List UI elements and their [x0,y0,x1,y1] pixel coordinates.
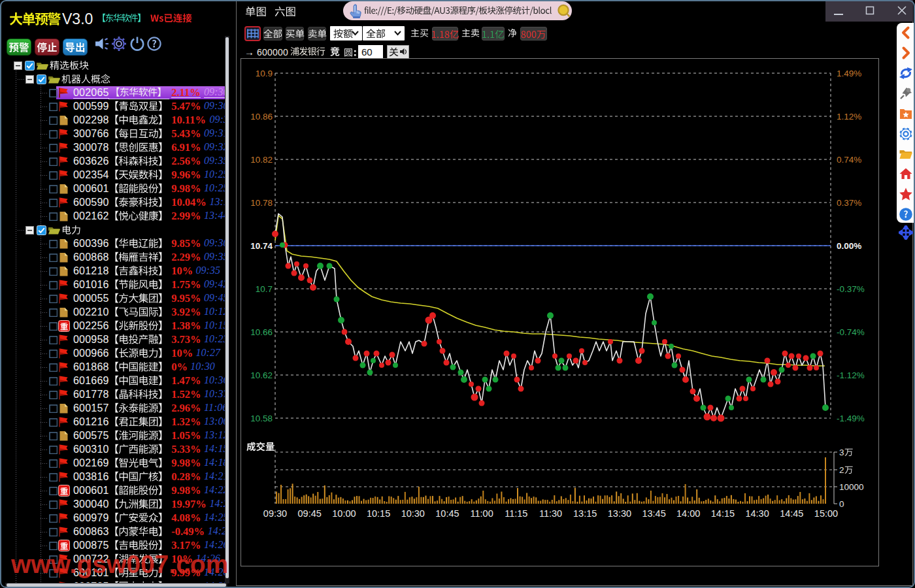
svg-text:1.12%: 1.12% [837,112,861,122]
svg-text:11:30: 11:30 [539,508,562,519]
svg-text:0.37%: 0.37% [837,198,861,208]
svg-text:10.7: 10.7 [256,284,273,294]
svg-text:-1.12%: -1.12% [837,370,865,380]
svg-text:10.58: 10.58 [250,414,273,423]
svg-text:14:15: 14:15 [711,508,735,519]
svg-text:10:45: 10:45 [435,508,459,519]
svg-text:13:45: 13:45 [642,508,665,519]
svg-text:15:00: 15:00 [814,508,838,519]
svg-text:0: 0 [839,499,844,509]
svg-text:09:45: 09:45 [298,508,322,519]
svg-text:-1.49%: -1.49% [837,414,865,423]
svg-text:13:30: 13:30 [608,508,631,519]
svg-text:0.74%: 0.74% [837,155,861,165]
svg-text:10.86: 10.86 [250,112,273,122]
svg-text:13:15: 13:15 [573,508,597,519]
svg-text:11:00: 11:00 [470,508,493,519]
svg-text:10000: 10000 [839,482,864,492]
svg-text:-0.74%: -0.74% [837,327,865,337]
svg-text:10:15: 10:15 [367,508,390,519]
svg-text:3: 3 [839,448,844,457]
svg-text:10.66: 10.66 [250,327,273,337]
svg-text:-0.37%: -0.37% [837,284,865,294]
svg-text:10.9: 10.9 [256,69,273,78]
svg-text:1.49%: 1.49% [837,69,861,78]
svg-text:10.78: 10.78 [250,198,273,208]
svg-text:10.62: 10.62 [250,370,273,380]
svg-text:0.00%: 0.00% [837,241,861,251]
svg-text:10:00: 10:00 [332,508,356,519]
svg-text:10.74: 10.74 [250,241,273,251]
svg-text:10:30: 10:30 [401,508,425,519]
svg-text:09:30: 09:30 [263,508,287,519]
svg-text:10.82: 10.82 [250,155,273,165]
svg-text:14:00: 14:00 [676,508,700,519]
svg-text:11:15: 11:15 [505,508,527,519]
svg-text:2: 2 [839,465,844,475]
svg-text:14:45: 14:45 [780,508,803,519]
svg-text:14:30: 14:30 [745,508,769,519]
